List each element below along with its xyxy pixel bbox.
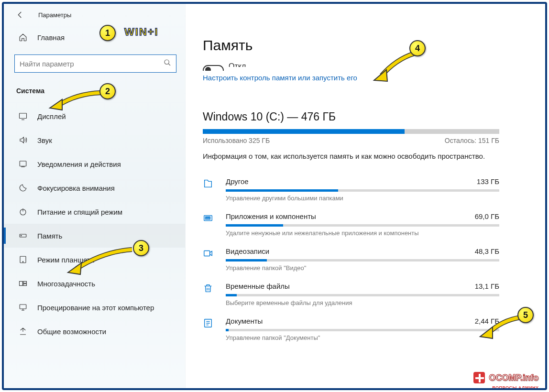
display-icon — [18, 111, 28, 121]
svg-rect-8 — [20, 282, 23, 286]
watermark-text: OCOMP.info — [489, 373, 538, 383]
svg-rect-10 — [23, 284, 27, 286]
sidebar-item-label: Память — [37, 232, 62, 240]
category-desc: Управление папкой "Документы" — [226, 334, 499, 341]
sidebar-item-focus[interactable]: Фокусировка внимания — [4, 176, 185, 200]
back-button[interactable] — [15, 10, 25, 20]
annotation-arrow-4 — [372, 51, 420, 84]
sidebar-item-label: Дисплей — [37, 112, 66, 120]
category-name: Документы — [226, 317, 263, 325]
annotation-arrow-2 — [48, 89, 105, 113]
category-name: Приложения и компоненты — [226, 212, 316, 220]
category-name: Другое — [226, 177, 249, 185]
sidebar-item-project[interactable]: Проецирование на этот компьютер — [4, 295, 185, 319]
apps-icon — [203, 213, 215, 226]
svg-rect-1 — [20, 113, 27, 119]
svg-rect-14 — [207, 217, 209, 218]
sound-icon — [18, 135, 28, 145]
annotation-badge-1: 1 — [99, 25, 116, 41]
sidebar-item-label: Фокусировка внимания — [37, 184, 115, 192]
svg-rect-16 — [206, 218, 210, 219]
annotation-badge-5: 5 — [517, 307, 534, 323]
page-title: Память — [203, 37, 526, 54]
storage-info-text: Информация о том, как используется памят… — [203, 151, 499, 161]
category-row-temp[interactable]: Временные файлы13,1 ГБВыберите временные… — [203, 277, 499, 312]
tablet-icon — [18, 255, 28, 264]
sidebar-item-label: Многозадачность — [37, 280, 95, 288]
sidebar-item-power[interactable]: Питание и спящий режим — [4, 200, 185, 224]
annotation-hotkey-text: WIN+I — [124, 26, 159, 38]
category-name: Видеозаписи — [226, 247, 269, 255]
search-box[interactable] — [14, 54, 176, 73]
category-bar — [226, 294, 499, 296]
category-desc: Управление другими большими папками — [226, 195, 499, 202]
svg-rect-9 — [23, 282, 27, 283]
category-size: 69,0 ГБ — [475, 212, 499, 220]
home-icon — [18, 33, 28, 42]
storage-sense-toggle-row: Откл. — [203, 59, 526, 71]
category-row-other[interactable]: Другое133 ГБУправление другими большими … — [203, 173, 499, 207]
sidebar-item-shared[interactable]: Общие возможности — [4, 319, 185, 343]
drive-title: Windows 10 (C:) — 476 ГБ — [203, 110, 526, 123]
svg-rect-12 — [204, 216, 212, 221]
sidebar-item-notify[interactable]: Уведомления и действия — [4, 152, 185, 176]
annotation-badge-2: 2 — [99, 83, 116, 99]
watermark-cross-icon — [472, 371, 486, 384]
annotation-badge-3: 3 — [133, 240, 149, 256]
search-icon — [164, 59, 171, 68]
category-bar — [226, 224, 499, 227]
svg-rect-2 — [20, 161, 26, 166]
category-name: Временные файлы — [226, 282, 290, 290]
sidebar-item-label: Общие возможности — [37, 327, 106, 336]
search-input[interactable] — [20, 60, 148, 68]
sidebar-item-label: Звук — [37, 136, 52, 144]
category-size: 48,3 ГБ — [475, 247, 499, 255]
project-icon — [18, 303, 28, 312]
annotation-badge-4: 4 — [409, 40, 426, 56]
annotation-arrow-3 — [65, 246, 137, 279]
storage-icon — [18, 231, 28, 240]
temp-icon — [203, 283, 215, 295]
sidebar: Параметры Главная Система ДисплейЗвукУве… — [4, 4, 186, 388]
drive-usage-labels: Использовано 325 ГБ Осталось: 151 ГБ — [203, 137, 499, 144]
notify-icon — [18, 159, 28, 169]
sidebar-item-storage[interactable]: Память — [4, 224, 185, 248]
svg-rect-15 — [209, 217, 210, 218]
window-title: Параметры — [38, 11, 71, 19]
power-icon — [18, 207, 28, 217]
category-desc: Удалите ненужные или нежелательные прило… — [226, 229, 499, 237]
category-bar — [226, 259, 499, 261]
category-desc: Управление папкой "Видео" — [226, 264, 499, 272]
storage-sense-configure-link[interactable]: Настроить контроль памяти или запустить … — [203, 74, 357, 82]
other-icon — [203, 178, 215, 191]
svg-rect-17 — [204, 251, 210, 256]
home-label: Главная — [37, 33, 65, 42]
multi-icon — [18, 279, 28, 288]
category-desc: Выберите временные файлы для удаления — [226, 299, 499, 306]
storage-sense-toggle[interactable] — [203, 65, 224, 71]
svg-rect-11 — [20, 305, 26, 309]
shared-icon — [18, 327, 28, 336]
toggle-off-label: Откл. — [229, 62, 248, 71]
category-row-apps[interactable]: Приложения и компоненты69,0 ГБУдалите не… — [203, 207, 499, 242]
category-size: 13,1 ГБ — [475, 282, 499, 290]
titlebar: Параметры — [4, 4, 185, 26]
drive-usage-bar — [203, 129, 499, 134]
svg-point-5 — [21, 235, 22, 236]
docs-icon — [203, 318, 215, 330]
watermark: OCOMP.info — [472, 371, 538, 384]
used-label: Использовано 325 ГБ — [203, 137, 270, 144]
svg-rect-13 — [206, 217, 207, 218]
category-row-docs[interactable]: Документы2,44 ГБУправление папкой "Докум… — [203, 312, 499, 347]
sidebar-item-sound[interactable]: Звук — [4, 128, 185, 152]
sidebar-item-label: Питание и спящий режим — [37, 208, 122, 216]
category-bar — [226, 189, 499, 192]
category-row-video[interactable]: Видеозаписи48,3 ГБУправление папкой "Вид… — [203, 242, 499, 277]
category-bar — [226, 329, 499, 331]
sidebar-item-label: Уведомления и действия — [37, 160, 121, 168]
free-label: Осталось: 151 ГБ — [445, 137, 499, 144]
sidebar-item-label: Проецирование на этот компьютер — [37, 304, 154, 312]
svg-point-7 — [22, 261, 23, 262]
video-icon — [203, 248, 215, 261]
svg-point-0 — [165, 60, 169, 64]
